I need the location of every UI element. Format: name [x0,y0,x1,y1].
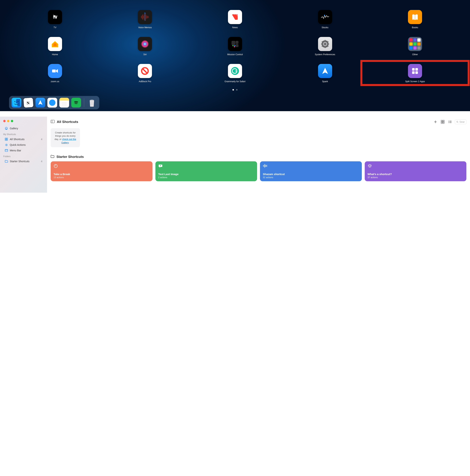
zoom-icon [48,64,62,78]
grid-icon [5,138,8,141]
maximize-button[interactable] [11,120,13,122]
list-view-button[interactable] [448,119,452,124]
app-label: News [232,26,238,29]
sidebar-count: 4 [41,160,42,163]
sidebar-menu-bar[interactable]: Menu Bar [1,148,46,153]
menubar-icon [5,149,8,152]
svg-point-13 [145,13,146,14]
gallery-icon [5,127,8,130]
svg-point-39 [18,101,19,102]
sidebar-label: Quick Actions [10,143,26,146]
app-label: Voice Memos [138,26,152,29]
app-mission-control[interactable]: Mission Control [191,37,279,56]
dock-spark[interactable] [35,98,45,108]
app-grammarly[interactable]: Grammarly for Safari [191,64,279,83]
folder-icon [408,37,422,51]
svg-rect-58 [6,139,8,140]
app-zoom[interactable]: zoom.us [11,64,99,83]
app-label: TV [53,26,56,29]
shortcut-card-text-last-image[interactable]: Text Last Image 2 actions [155,161,257,181]
dock-trash[interactable] [87,98,97,108]
page-dot-1[interactable] [232,89,234,90]
svg-rect-20 [232,41,235,45]
app-news[interactable]: News [191,10,279,29]
section-title: Starter Shortcuts [56,155,84,159]
shortcut-card-shazam[interactable]: Shazam shortcut 32 actions [260,161,362,181]
app-spark[interactable]: Spark [281,64,369,83]
dock-finder[interactable] [12,98,21,108]
folder-icon [5,160,8,163]
card-sub: 2 actions [158,176,254,179]
app-voice-memos[interactable]: Voice Memos [101,10,189,29]
app-label: AdBlock Pro [139,80,151,83]
shortcuts-header: All Shortcuts Sear [51,119,466,124]
sidebar-section-folders: Folders [0,153,47,158]
app-system-preferences[interactable]: System Preferences [281,37,369,56]
svg-line-31 [143,69,147,73]
siri-icon [138,37,152,51]
svg-rect-55 [5,138,6,139]
grid-view-button[interactable] [440,119,445,124]
sidebar-starter-shortcuts[interactable]: Starter Shortcuts 4 [1,159,46,164]
tv-icon: tv [48,10,62,24]
stocks-icon [318,10,332,24]
dock-safari[interactable] [48,98,57,108]
dock-spotify[interactable] [71,98,81,108]
sidebar-label: Menu Bar [10,149,21,152]
svg-rect-62 [51,120,54,123]
add-button[interactable] [433,119,438,124]
app-adblock-pro[interactable]: AdBlock Pro [101,64,189,83]
hint-tail: . [68,141,69,144]
home-icon [48,37,62,51]
sidebar-all-shortcuts[interactable]: All Shortcuts 4 [1,136,46,142]
svg-rect-23 [232,45,234,46]
app-split-screen[interactable]: Split Screen 2 Apps [371,64,459,83]
page-dot-2[interactable] [236,89,238,90]
app-books[interactable]: Books [371,10,459,29]
search-input[interactable]: Sear [455,119,466,124]
spark-icon [318,64,332,78]
svg-rect-69 [443,122,444,123]
sidebar-quick-actions[interactable]: Quick Actions [1,142,46,148]
sidebar-label: Gallery [10,127,18,130]
shortcuts-window: Gallery My Shortcuts All Shortcuts 4 Qui… [0,117,470,193]
app-tv[interactable]: tv TV [11,10,99,29]
shortcut-card-take-a-break[interactable]: Take a Break 13 actions [51,161,152,181]
layers-icon [368,164,372,169]
app-siri[interactable]: Siri [101,37,189,56]
app-label: Books [412,26,418,29]
sidebar-section-my: My Shortcuts [0,131,47,136]
sidebar-gallery[interactable]: Gallery [1,126,46,131]
app-folder-other[interactable]: Other [371,37,459,56]
app-label: Stocks [322,26,328,29]
svg-point-74 [449,123,449,123]
section-header: Starter Shortcuts [51,155,466,159]
sidebar-count: 4 [41,138,42,141]
minimize-button[interactable] [7,120,9,122]
dock-notes[interactable] [59,98,69,108]
app-stocks[interactable]: Stocks [281,10,369,29]
page-indicator[interactable] [7,89,463,90]
svg-point-17 [324,15,325,16]
dock-divider [84,98,84,107]
svg-rect-29 [52,69,56,72]
close-button[interactable] [3,120,6,122]
message-plus-icon [158,164,163,169]
highlight-box [360,60,470,86]
dock: N [9,96,99,109]
sidebar-label: All Shortcuts [10,138,24,141]
dock-notion[interactable]: N [23,97,34,108]
mission-control-icon [228,37,242,51]
svg-rect-67 [443,120,444,122]
books-icon [408,10,422,24]
sidebar-label: Starter Shortcuts [10,160,30,163]
svg-point-72 [449,122,449,122]
folder-icon [51,155,54,159]
shortcut-card-whats-a-shortcut[interactable]: What's a shortcut? 37 actions [365,161,467,181]
app-home[interactable]: Home [11,37,99,56]
voice-memos-icon [138,10,152,24]
sidebar-toggle-icon[interactable] [51,120,55,124]
svg-line-77 [458,122,458,123]
svg-rect-24 [234,45,235,46]
svg-rect-21 [236,41,238,44]
